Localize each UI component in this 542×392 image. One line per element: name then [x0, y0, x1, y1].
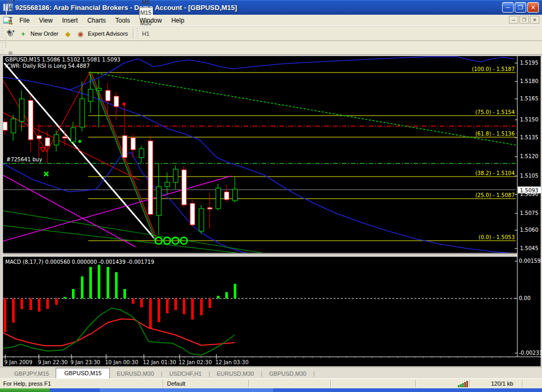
price-tick-label: 1.5045 — [520, 245, 538, 251]
expert-advisors-button[interactable]: ◉ — [75, 28, 86, 39]
macd-bar — [149, 298, 152, 329]
candle-body — [216, 188, 221, 209]
time-tick-label: 9 Jan 22:30 — [38, 359, 68, 365]
time-tick-label: 12 Jan 02:30 — [179, 359, 212, 365]
icwr-header: ICWR: Daily RSI is Long 54.4887 — [5, 63, 90, 69]
chart-tab-gbpusdm15[interactable]: GBPUSD,M15 — [56, 368, 110, 378]
candle-body — [157, 187, 161, 215]
minimize-button[interactable]: ─ — [502, 2, 514, 13]
expert-advisors-label[interactable]: Expert Advisors — [88, 30, 128, 37]
toolbar-grip[interactable] — [2, 28, 3, 39]
chart-tab-usdchfh1[interactable]: USDCHF,H1 — [162, 369, 209, 378]
panel-splitter[interactable] — [3, 254, 517, 256]
candle-body — [37, 136, 41, 139]
candle-body — [106, 90, 110, 101]
metaeditor-icon[interactable]: ◆ — [62, 28, 74, 39]
fib-label: (61.8) - 1.5136 — [475, 131, 515, 137]
time-tick-label: 12 Jan 03:30 — [215, 359, 248, 365]
candle-body — [62, 137, 67, 138]
restore-button[interactable]: ❐ — [515, 2, 526, 13]
macd-bar — [174, 298, 177, 310]
status-profile[interactable]: Default — [167, 380, 185, 387]
chart-area[interactable]: (100.0) - 1.5187(75.0) - 1.5154(61.8) - … — [0, 55, 542, 367]
arrows-icon[interactable]: ◈▾ — [5, 26, 16, 37]
mdi-restore-button[interactable]: ❐ — [519, 16, 529, 24]
toolbar-grip[interactable] — [2, 43, 3, 53]
text-icon[interactable]: A — [5, 3, 16, 14]
time-tick-label: 10 Jan 00:30 — [105, 359, 138, 365]
toolbar-grip[interactable] — [137, 28, 138, 39]
timeframe-m5[interactable]: M5 — [139, 0, 153, 7]
candle-body — [165, 182, 170, 187]
macd-bar — [98, 265, 100, 298]
price-tick-label: 1.5135 — [520, 135, 538, 140]
candle-body — [88, 89, 93, 101]
macd-axis-label: 0.001592 — [519, 258, 542, 264]
macd-bar — [29, 298, 32, 310]
mt4-window: 925568186: Arab Financial Brokers - Demo… — [0, 0, 542, 392]
timeframe-h1[interactable]: H1 — [139, 28, 153, 39]
timeframe-m30[interactable]: M30 — [139, 18, 153, 28]
menu-view[interactable]: View — [34, 16, 57, 25]
drawing-toolbar: ↖+|─╱╱E≡FAT◈▾|||▮~⊕⊖▶▶|+▾◔▾▩▾ — [0, 41, 542, 55]
menu-insert[interactable]: Insert — [57, 16, 82, 25]
macd-bar — [115, 272, 118, 298]
red-dot-marker — [122, 102, 126, 106]
ohlc-header: GBPUSD,M15 1.5086 1.5102 1.5081 1.5093 — [5, 57, 120, 63]
candle-body — [139, 149, 144, 158]
price-tick-label: 1.5165 — [520, 96, 538, 101]
macd-bar — [166, 298, 169, 313]
candle-body — [224, 192, 229, 200]
window-title: 925568186: Arab Financial Brokers - Demo… — [15, 4, 237, 12]
candle-body — [97, 88, 101, 90]
time-tick-label: 12 Jan 01:30 — [143, 359, 176, 365]
time-tick-label: 9 Jan 23:30 — [70, 359, 100, 365]
candle-body — [131, 138, 136, 150]
menu-file[interactable]: File — [15, 16, 34, 25]
macd-header: MACD (8,17,7) 0.000560 0.000000 -0.00143… — [5, 259, 154, 265]
menu-charts[interactable]: Charts — [82, 16, 110, 25]
candle-body — [122, 136, 127, 158]
fib-label: (38.2) - 1.5104 — [475, 170, 515, 176]
chart-tab-gbpusdm30[interactable]: GBPUSD,M30 — [263, 369, 314, 378]
candle-body — [11, 119, 16, 133]
macd-axis-label: -0.00231 — [519, 350, 542, 356]
candle-body — [114, 96, 119, 107]
price-tick-label: 1.5075 — [520, 210, 538, 216]
candle-body — [199, 209, 204, 231]
price-tick-label: 1.5180 — [520, 78, 538, 84]
new-order-button[interactable]: + — [17, 28, 29, 39]
time-tick-label: 9 Jan 2009 — [4, 359, 33, 365]
timeframe-m15[interactable]: M15 — [139, 7, 153, 18]
status-help-text: For Help, press F1 — [3, 380, 51, 387]
chart-tab-gbpjpym15[interactable]: GBPJPY,M15 — [7, 369, 56, 378]
chart-tab-eurusdm30[interactable]: EURUSD,M30 — [110, 369, 161, 378]
new-order-label[interactable]: New Order — [30, 30, 58, 37]
candle-body — [182, 170, 186, 205]
menu-tools[interactable]: Tools — [111, 16, 135, 25]
status-bar: For Help, press F1 Default 120/1 kb — [0, 378, 542, 388]
standard-toolbar: ▦▾▥▾⇅⊕★▤◎ + New Order ◆ ◉ Expert Advisor… — [0, 27, 542, 41]
status-traffic: 120/1 kb — [491, 380, 513, 387]
mdi-minimize-button[interactable]: ─ — [509, 16, 518, 24]
menu-help[interactable]: Help — [166, 16, 189, 25]
green-dot-marker — [78, 140, 81, 143]
macd-bar — [81, 276, 84, 298]
macd-bar — [72, 289, 75, 298]
candle-body — [28, 100, 33, 140]
macd-bar — [183, 298, 185, 314]
title-bar: 925568186: Arab Financial Brokers - Demo… — [0, 0, 542, 15]
macd-bar — [55, 298, 58, 305]
chart-tab-bar: GBPJPY,M15GBPUSD,M15EURUSD,M30|USDCHF,H1… — [0, 367, 542, 378]
text-label-icon[interactable]: T — [5, 14, 16, 26]
close-button[interactable]: ✕ — [527, 2, 539, 13]
macd-bar — [200, 298, 203, 315]
macd-bar — [234, 284, 236, 298]
chart-tab-eurusdm30[interactable]: EURUSD,M30 — [210, 369, 261, 378]
fib-label: (100.0) - 1.5187 — [472, 66, 515, 72]
taskbar-button-sliver[interactable] — [100, 388, 273, 392]
macd-bar — [4, 298, 6, 332]
start-button-sliver[interactable] — [0, 388, 50, 392]
macd-bar — [140, 298, 143, 307]
mdi-close-button[interactable]: ✕ — [530, 16, 539, 24]
